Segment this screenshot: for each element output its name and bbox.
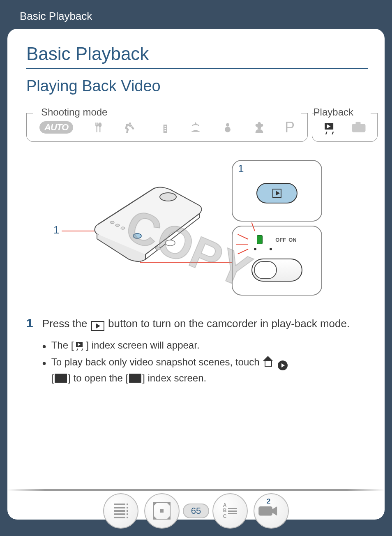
svg-rect-2 xyxy=(352,124,366,132)
bullet-text: The [ xyxy=(51,340,74,351)
bullet-text: To play back only video snapshot scenes,… xyxy=(51,356,263,367)
power-led-row: OFF ON xyxy=(233,236,321,244)
led-ray-icon xyxy=(238,249,248,254)
sports-icon xyxy=(122,121,136,134)
next-circle-icon xyxy=(278,360,288,370)
snapshot-strip-icon xyxy=(55,374,67,383)
camcorder-icon xyxy=(258,499,280,521)
step-body: Press the button to turn on the camcorde… xyxy=(42,316,350,387)
photo-playback-icon xyxy=(351,122,366,133)
callout-number-left: 1 xyxy=(53,224,59,236)
svg-point-10 xyxy=(155,247,160,250)
svg-point-0 xyxy=(226,123,229,126)
led-ray-icon xyxy=(236,244,248,245)
page-number: 65 xyxy=(183,504,209,518)
step-text-a: Press the xyxy=(42,317,90,330)
play-button-graphic xyxy=(256,183,297,203)
step-1: 1 Press the button to turn on the camcor… xyxy=(26,316,368,387)
cutlery-icon xyxy=(92,121,104,134)
bullet-text: [ xyxy=(51,372,54,384)
video-index-icon xyxy=(74,341,85,349)
svg-point-8 xyxy=(110,221,114,224)
off-label: OFF xyxy=(275,237,286,243)
page-subtitle: Playing Back Video xyxy=(26,77,368,95)
bullet-2: To play back only video snapshot scenes,… xyxy=(42,354,350,386)
svg-point-7 xyxy=(115,224,120,226)
step-text-b: button to turn on the camcorder in play-… xyxy=(108,317,350,330)
dot-icon xyxy=(270,248,272,250)
fullscreen-button[interactable] xyxy=(144,493,180,529)
bullet-text: ] index screen will appear. xyxy=(86,340,199,351)
svg-point-9 xyxy=(165,240,175,246)
bullet-1: The [] index screen will appear. xyxy=(42,337,350,353)
home-icon xyxy=(263,358,272,367)
auto-mode-icon: AUTO xyxy=(39,121,73,134)
callout-box-power-switch: OFF ON xyxy=(232,226,322,296)
expand-icon xyxy=(153,502,171,520)
footer-rule xyxy=(7,489,385,491)
macro-flower-icon xyxy=(253,121,266,134)
night-building-icon xyxy=(155,121,169,134)
video-playback-icon xyxy=(323,123,336,132)
svg-point-5 xyxy=(133,233,141,238)
illustration-area: 1 1 xyxy=(51,160,368,312)
playback-mode-group xyxy=(312,113,378,142)
toc-button[interactable] xyxy=(103,493,138,529)
led-ray-icon xyxy=(251,222,255,231)
bullet-text: ] to open the [ xyxy=(68,372,128,384)
snowman-icon xyxy=(221,121,234,134)
bullet-text: ] index screen. xyxy=(142,372,206,384)
svg-point-4 xyxy=(160,193,176,201)
page-card: Basic Playback Playing Back Video Shooti… xyxy=(7,29,385,520)
header-breadcrumb: Basic Playback xyxy=(0,0,392,23)
mode-strip: Shooting mode Playback AUTO P xyxy=(26,108,368,148)
page-title: Basic Playback xyxy=(26,44,368,69)
camera-mode-button[interactable]: 2 xyxy=(254,493,289,529)
index-button[interactable]: A B C xyxy=(212,493,248,529)
toc-icon xyxy=(114,504,128,518)
shooting-mode-group: AUTO P xyxy=(26,113,308,142)
index-icon: A B C xyxy=(223,503,238,519)
step-number: 1 xyxy=(26,316,33,387)
dot-icon xyxy=(254,248,256,250)
on-label: ON xyxy=(288,237,297,243)
camcorder-illustration xyxy=(84,172,207,263)
play-icon xyxy=(91,321,104,331)
power-led-icon xyxy=(257,236,262,244)
snapshot-strip-icon xyxy=(129,374,141,383)
footer-nav: 65 A B C 2 xyxy=(0,493,392,529)
svg-rect-3 xyxy=(356,122,361,125)
power-slider-graphic xyxy=(251,259,302,282)
callout-box-play-button xyxy=(232,160,322,222)
callout-box-1-number: 1 xyxy=(238,162,244,175)
beach-icon xyxy=(189,121,203,134)
program-mode-icon: P xyxy=(285,119,295,136)
slider-knob-icon xyxy=(254,261,277,279)
svg-point-6 xyxy=(121,227,125,229)
svg-point-1 xyxy=(225,127,231,132)
step-bullets: The [] index screen will appear. To play… xyxy=(42,337,350,386)
